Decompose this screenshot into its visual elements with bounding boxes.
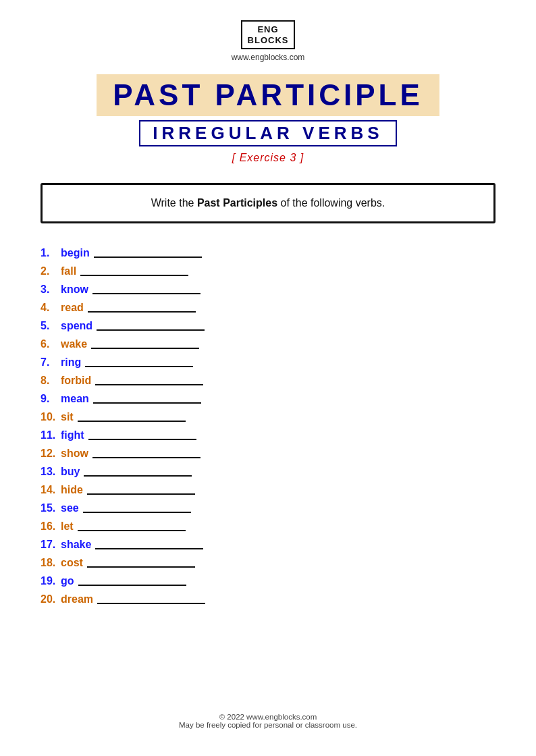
- verb-answer-line: [92, 457, 200, 458]
- verb-answer-line: [87, 566, 195, 568]
- verb-number: 7.: [41, 356, 61, 369]
- verb-number: 11.: [41, 429, 61, 441]
- verb-word: begin: [61, 247, 90, 259]
- verb-word: see: [61, 502, 79, 514]
- list-item: 13.buy: [41, 461, 495, 479]
- verb-number: 4.: [41, 302, 61, 314]
- verb-number: 2.: [41, 265, 61, 277]
- list-item: 14.hide: [41, 479, 495, 497]
- verb-word: know: [61, 284, 88, 296]
- verb-number: 16.: [41, 520, 61, 533]
- verb-answer-line: [92, 293, 200, 294]
- verb-number: 20.: [41, 593, 61, 605]
- verb-number: 13.: [41, 466, 61, 478]
- title-section: PAST PARTICIPLE IRREGULAR VERBS [ Exerci…: [41, 74, 495, 164]
- verb-number: 12.: [41, 448, 61, 460]
- verb-answer-line: [78, 585, 186, 586]
- verb-word: cost: [61, 557, 83, 569]
- verb-word: show: [61, 448, 88, 460]
- list-item: 17.shake: [41, 534, 495, 552]
- verb-number: 18.: [41, 557, 61, 569]
- list-item: 9.mean: [41, 388, 495, 406]
- verb-word: dream: [61, 593, 93, 605]
- list-item: 6.wake: [41, 333, 495, 352]
- verb-number: 17.: [41, 539, 61, 551]
- list-item: 2.fall: [41, 261, 495, 279]
- list-item: 16.let: [41, 516, 495, 534]
- list-item: 11.fight: [41, 425, 495, 443]
- verb-answer-line: [80, 275, 188, 276]
- verb-number: 9.: [41, 393, 61, 405]
- list-item: 12.show: [41, 443, 495, 461]
- verb-answer-line: [88, 311, 196, 313]
- instruction-bold: Past Participles: [197, 197, 277, 209]
- verb-word: spend: [61, 320, 92, 332]
- footer-line2: May be freely copied for personal or cla…: [179, 721, 357, 729]
- instruction-text: Write the Past Participles of the follow…: [151, 197, 385, 209]
- list-item: 15.see: [41, 497, 495, 516]
- verb-number: 19.: [41, 575, 61, 587]
- verb-number: 6.: [41, 338, 61, 350]
- verb-answer-line: [95, 384, 203, 385]
- verb-word: shake: [61, 539, 91, 551]
- verb-word: let: [61, 520, 74, 533]
- verb-answer-line: [95, 548, 203, 549]
- verb-answer-line: [87, 493, 195, 495]
- verb-word: sit: [61, 411, 74, 423]
- verb-answer-line: [84, 475, 192, 477]
- verb-word: ring: [61, 356, 81, 369]
- list-item: 20.dream: [41, 589, 495, 607]
- logo-area: ENG BLOCKS www.engblocks.com: [232, 20, 305, 62]
- exercise-label: [ Exercise 3 ]: [41, 152, 495, 164]
- verb-word: fall: [61, 265, 76, 277]
- verb-answer-line: [91, 348, 199, 349]
- list-item: 10.sit: [41, 406, 495, 425]
- logo-line2: BLOCKS: [248, 35, 289, 46]
- verb-answer-line: [97, 329, 205, 331]
- verb-number: 3.: [41, 284, 61, 296]
- verb-word: buy: [61, 466, 80, 478]
- verb-number: 10.: [41, 411, 61, 423]
- verb-answer-line: [78, 530, 186, 531]
- verb-number: 1.: [41, 247, 61, 259]
- verb-word: hide: [61, 484, 83, 496]
- list-item: 5.spend: [41, 315, 495, 333]
- list-item: 18.cost: [41, 552, 495, 570]
- verb-answer-line: [85, 366, 193, 367]
- verb-answer-line: [94, 256, 202, 258]
- verb-word: fight: [61, 429, 84, 441]
- verb-answer-line: [93, 402, 201, 404]
- page: ENG BLOCKS www.engblocks.com PAST PARTIC…: [0, 0, 536, 756]
- list-item: 4.read: [41, 297, 495, 315]
- website-url: www.engblocks.com: [232, 53, 305, 62]
- list-item: 3.know: [41, 279, 495, 297]
- list-item: 7.ring: [41, 352, 495, 370]
- verb-word: mean: [61, 393, 89, 405]
- subtitle: IRREGULAR VERBS: [139, 120, 396, 146]
- verb-number: 14.: [41, 484, 61, 496]
- logo-box: ENG BLOCKS: [241, 20, 296, 49]
- footer: © 2022 www.engblocks.com May be freely c…: [179, 693, 357, 736]
- verb-answer-line: [97, 603, 205, 604]
- verb-number: 15.: [41, 502, 61, 514]
- main-title: PAST PARTICIPLE: [97, 74, 439, 116]
- verb-word: read: [61, 302, 84, 314]
- verb-word: go: [61, 575, 74, 587]
- verb-list: 1.begin2.fall3.know4.read5.spend6.wake7.…: [41, 242, 495, 607]
- list-item: 8.forbid: [41, 370, 495, 388]
- list-item: 1.begin: [41, 242, 495, 261]
- verb-word: wake: [61, 338, 87, 350]
- list-item: 19.go: [41, 570, 495, 589]
- verb-answer-line: [83, 512, 191, 513]
- footer-line1: © 2022 www.engblocks.com: [179, 713, 357, 721]
- verb-number: 8.: [41, 375, 61, 387]
- verb-answer-line: [88, 439, 196, 440]
- logo-line1: ENG: [248, 24, 289, 35]
- verb-word: forbid: [61, 375, 91, 387]
- instruction-box: Write the Past Participles of the follow…: [41, 183, 495, 223]
- verb-answer-line: [78, 421, 186, 422]
- verb-number: 5.: [41, 320, 61, 332]
